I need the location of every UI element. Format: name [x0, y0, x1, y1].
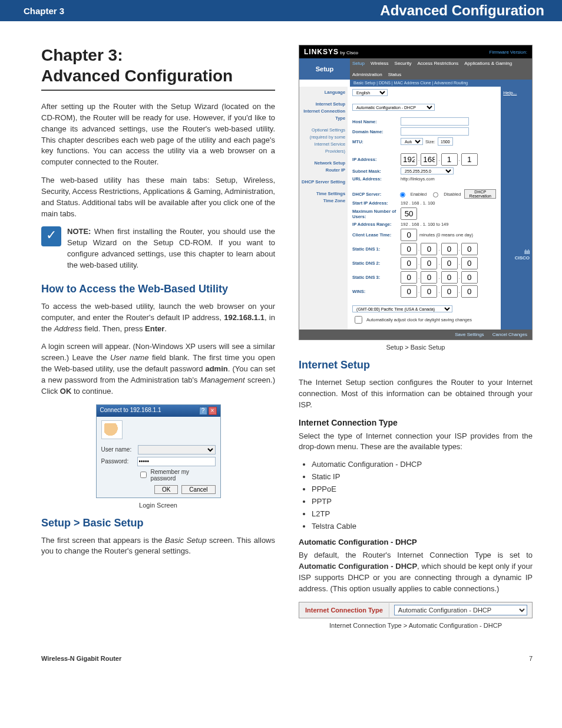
ict-snippet: Internet Connection Type Automatic Confi… — [299, 602, 533, 618]
save-settings-button[interactable]: Save Settings — [455, 332, 484, 337]
max-users-input[interactable] — [401, 207, 417, 220]
heading-basic-setup: Setup > Basic Setup — [41, 517, 275, 529]
tab-status[interactable]: Status — [388, 72, 402, 77]
remember-label: Remember my password — [151, 469, 216, 482]
ip-o2[interactable] — [421, 153, 437, 166]
internet-p1: The Internet Setup section configures th… — [299, 377, 533, 411]
ip-o3[interactable] — [441, 153, 458, 166]
subnet-select[interactable]: 255.255.255.0 — [401, 167, 454, 174]
dhcp-disabled-radio[interactable] — [433, 192, 438, 197]
ict-p1: Select the type of Internet connection y… — [299, 431, 533, 453]
heading-access: How to Access the Web-Based Utility — [41, 283, 275, 295]
tab-security[interactable]: Security — [395, 61, 412, 66]
router-screenshot: LINKSYS by Cisco Firmware Version: Setup… — [299, 45, 533, 340]
ict-caption: Internet Connection Type > Automatic Con… — [299, 622, 533, 629]
chapter-label: Chapter 3 — [24, 6, 64, 16]
ict-snippet-label: Internet Connection Type — [299, 603, 389, 617]
login-screenshot: Connect to 192.168.1.1 ? × User name: Pa… — [96, 404, 221, 498]
password-label: Password: — [101, 458, 135, 465]
mtu-size-input[interactable] — [438, 137, 453, 146]
connection-type-list: Automatic Configuration - DHCP Static IP… — [299, 460, 533, 531]
ict-snippet-select[interactable]: Automatic Configuration - DHCP — [394, 605, 527, 615]
tab-apps-gaming[interactable]: Applications & Gaming — [464, 61, 512, 66]
heading-ict: Internet Connection Type — [299, 418, 533, 427]
domainname-input[interactable] — [401, 127, 469, 136]
ict-select[interactable]: Automatic Configuration - DHCP — [352, 104, 435, 111]
access-p2: A login screen will appear. (Non-Windows… — [41, 341, 275, 397]
language-select[interactable]: English — [352, 89, 388, 96]
basic-p1: The first screen that appears is the Bas… — [41, 535, 275, 558]
tab-access[interactable]: Access Restrictions — [417, 61, 458, 66]
product-name: Wireless-N Gigabit Router — [41, 655, 121, 662]
page-number: 7 — [529, 655, 533, 662]
mtu-select[interactable]: Auto — [401, 138, 423, 145]
ip-o4[interactable] — [461, 153, 478, 166]
brand-logo: LINKSYS by Cisco — [304, 48, 358, 56]
note-box: NOTE: When first installing the Router, … — [41, 226, 275, 271]
sub-tabs[interactable]: Basic Setup | DDNS | MAC Address Clone |… — [350, 80, 532, 87]
firmware-label: Firmware Version: — [490, 50, 527, 55]
login-title: Connect to 192.168.1.1 — [100, 407, 161, 415]
ok-button[interactable]: OK — [154, 485, 178, 494]
note-label: NOTE: — [67, 227, 91, 236]
access-p1: To access the web-based utility, launch … — [41, 301, 275, 335]
list-item: L2TP — [312, 509, 533, 518]
list-item: Automatic Configuration - DHCP — [312, 460, 533, 469]
router-caption: Setup > Basic Setup — [299, 344, 533, 351]
password-field[interactable] — [137, 457, 216, 466]
note-text: When first installing the Router, you sh… — [67, 227, 275, 269]
lease-input[interactable] — [401, 229, 417, 241]
chapter-header: Chapter 3 Advanced Configuration — [0, 0, 562, 21]
list-item: PPPoE — [312, 485, 533, 493]
dhcp-reservation-button[interactable]: DHCP Reservation — [464, 189, 496, 199]
section-label: Advanced Configuration — [380, 2, 544, 19]
username-field[interactable] — [138, 445, 216, 454]
main-tabs: Setup Wireless Security Access Restricti… — [350, 58, 532, 80]
ip-o1[interactable] — [401, 153, 417, 166]
remember-checkbox[interactable] — [140, 472, 147, 478]
intro-p1: After setting up the Router with the Set… — [41, 101, 275, 168]
help-panel: Help... ılıılı CISCO — [501, 87, 532, 330]
cancel-button[interactable]: Cancel — [181, 485, 215, 494]
cisco-logo: ılıılı CISCO — [503, 249, 530, 261]
help-link[interactable]: Help... — [503, 90, 530, 95]
page-title: Chapter 3: Advanced Configuration — [41, 45, 275, 86]
cancel-changes-button[interactable]: Cancel Changes — [492, 332, 527, 337]
timezone-select[interactable]: (GMT-08:00) Pacific Time (USA & Canada) — [352, 305, 452, 312]
tab-setup[interactable]: Setup — [352, 61, 365, 66]
credential-icon — [101, 420, 123, 439]
title-rule — [41, 90, 275, 91]
dhcp-enabled-radio[interactable] — [400, 192, 405, 197]
heading-auto-dhcp: Automatic Configuration - DHCP — [299, 538, 533, 546]
dst-checkbox[interactable] — [355, 316, 362, 324]
intro-p2: The web-based utility has these main tab… — [41, 175, 275, 219]
side-labels: Language Internet Setup Internet Connect… — [299, 87, 348, 330]
hostname-input[interactable] — [401, 117, 469, 126]
heading-internet-setup: Internet Setup — [299, 359, 533, 371]
check-icon — [41, 226, 61, 246]
list-item: PPTP — [312, 497, 533, 506]
url-value: http://linksys.com — [401, 176, 435, 182]
tab-panel-title: Setup — [299, 58, 350, 80]
tab-admin[interactable]: Administration — [352, 72, 382, 77]
tab-wireless[interactable]: Wireless — [371, 61, 389, 66]
login-caption: Login Screen — [41, 502, 275, 509]
page-footer: Wireless-N Gigabit Router 7 — [0, 649, 562, 674]
username-label: User name: — [101, 446, 135, 453]
close-icon[interactable]: × — [209, 407, 217, 415]
help-icon[interactable]: ? — [199, 407, 207, 415]
list-item: Static IP — [312, 472, 533, 481]
auto-p1: By default, the Router's Internet Connec… — [299, 550, 533, 594]
list-item: Telstra Cable — [312, 522, 533, 531]
